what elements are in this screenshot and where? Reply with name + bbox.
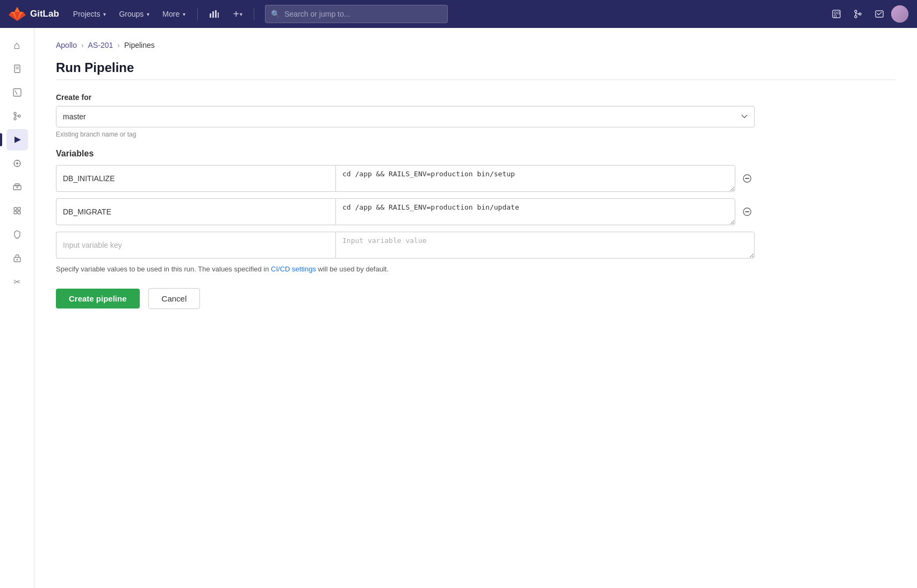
sidebar-item-deploy-tokens[interactable] xyxy=(6,247,28,269)
nav-divider xyxy=(197,8,198,20)
merge-icon-btn[interactable] xyxy=(848,4,868,24)
var-key-1[interactable] xyxy=(56,165,335,192)
page-title: Run Pipeline xyxy=(56,60,895,75)
groups-chevron-icon: ▾ xyxy=(147,11,149,17)
variables-group: Variables cd /app && RAILS_ENV=productio… xyxy=(56,149,755,273)
todo-icon-btn[interactable] xyxy=(870,4,889,24)
topnav-right xyxy=(827,4,908,24)
breadcrumb-sep-1: › xyxy=(81,41,84,49)
sidebar-item-ci[interactable] xyxy=(6,129,28,150)
sidebar-item-packages[interactable] xyxy=(6,200,28,221)
stats-icon-btn[interactable] xyxy=(204,4,224,24)
nav-groups[interactable]: Groups ▾ xyxy=(113,6,155,21)
svg-rect-12 xyxy=(837,12,840,14)
branch-select[interactable]: master xyxy=(56,106,755,127)
cancel-button[interactable]: Cancel xyxy=(148,288,200,309)
breadcrumb: Apollo › AS-201 › Pipelines xyxy=(56,41,895,49)
svg-point-41 xyxy=(16,259,18,261)
svg-rect-39 xyxy=(18,211,20,214)
var-value-1[interactable]: cd /app && RAILS_ENV=production bin/setu… xyxy=(335,165,735,192)
nav-more[interactable]: More ▾ xyxy=(157,6,191,21)
svg-rect-11 xyxy=(834,12,836,14)
app-name: GitLab xyxy=(30,9,59,19)
search-icon: 🔍 xyxy=(271,10,280,18)
var-key-empty[interactable] xyxy=(56,232,335,259)
sidebar-item-operations[interactable] xyxy=(6,153,28,174)
svg-rect-8 xyxy=(215,10,217,18)
variables-hint: Specify variable values to be used in th… xyxy=(56,265,755,273)
breadcrumb-sep-2: › xyxy=(117,41,120,49)
breadcrumb-as201[interactable]: AS-201 xyxy=(88,41,113,49)
cicd-settings-link[interactable]: CI/CD settings xyxy=(271,265,316,273)
sidebar-item-snippets[interactable]: ✂ xyxy=(6,271,28,292)
nav-divider-2 xyxy=(254,8,254,20)
svg-rect-7 xyxy=(212,11,214,18)
svg-rect-13 xyxy=(834,15,836,17)
svg-rect-9 xyxy=(218,12,219,18)
variable-row-2: cd /app && RAILS_ENV=production bin/upda… xyxy=(56,198,755,225)
gitlab-logo-area[interactable]: GitLab xyxy=(9,5,59,23)
title-divider xyxy=(56,80,895,80)
svg-rect-36 xyxy=(14,207,17,210)
create-for-label: Create for xyxy=(56,93,755,102)
sidebar-item-deployments[interactable] xyxy=(6,176,28,198)
more-chevron-icon: ▾ xyxy=(183,11,185,17)
user-avatar[interactable] xyxy=(891,5,908,23)
breadcrumb-current: Pipelines xyxy=(124,41,155,49)
plus-icon-btn[interactable]: + ▾ xyxy=(228,4,247,24)
svg-rect-6 xyxy=(210,13,211,18)
svg-marker-1 xyxy=(15,7,20,12)
svg-point-24 xyxy=(14,118,16,120)
sidebar-item-merge-requests[interactable] xyxy=(6,105,28,127)
svg-line-22 xyxy=(15,90,17,95)
var-key-2[interactable] xyxy=(56,198,335,225)
var-remove-2[interactable] xyxy=(740,198,755,225)
avatar-image xyxy=(891,5,908,23)
svg-point-23 xyxy=(14,112,16,114)
plus-chevron-icon: ▾ xyxy=(240,11,242,17)
svg-point-35 xyxy=(16,187,18,189)
svg-marker-26 xyxy=(15,137,21,143)
variables-label: Variables xyxy=(56,149,755,159)
nav-projects[interactable]: Projects ▾ xyxy=(68,6,112,21)
form-actions: Create pipeline Cancel xyxy=(56,288,755,309)
sidebar-item-repo[interactable] xyxy=(6,58,28,80)
terminal-icon-btn[interactable] xyxy=(827,4,846,24)
sidebar-item-security[interactable] xyxy=(6,224,28,245)
sidebar: ⌂ ✂ xyxy=(0,28,34,588)
svg-point-25 xyxy=(18,115,20,117)
var-value-2[interactable]: cd /app && RAILS_ENV=production bin/upda… xyxy=(335,198,735,225)
search-area[interactable]: 🔍 xyxy=(265,5,448,23)
search-input[interactable] xyxy=(284,10,442,18)
svg-rect-21 xyxy=(13,89,21,96)
variable-row-empty xyxy=(56,232,755,259)
branch-hint: Existing branch name or tag xyxy=(56,131,755,138)
svg-point-28 xyxy=(16,162,18,164)
app-layout: ⌂ ✂ Apollo xyxy=(0,0,917,588)
main-content: Apollo › AS-201 › Pipelines Run Pipeline… xyxy=(34,28,917,588)
var-remove-1[interactable] xyxy=(740,165,755,192)
svg-rect-34 xyxy=(15,184,19,186)
svg-point-15 xyxy=(855,16,857,18)
topnav-nav: Projects ▾ Groups ▾ More ▾ xyxy=(68,6,191,21)
svg-point-14 xyxy=(855,10,857,12)
create-pipeline-button[interactable]: Create pipeline xyxy=(56,289,140,309)
topnav: GitLab Projects ▾ Groups ▾ More ▾ + ▾ 🔍 xyxy=(0,0,917,28)
sidebar-item-code[interactable] xyxy=(6,82,28,103)
svg-rect-37 xyxy=(18,207,20,210)
breadcrumb-apollo[interactable]: Apollo xyxy=(56,41,77,49)
create-for-group: Create for master Existing branch name o… xyxy=(56,93,755,138)
run-pipeline-form: Create for master Existing branch name o… xyxy=(56,93,755,309)
sidebar-item-home[interactable]: ⌂ xyxy=(6,34,28,56)
variable-row-1: cd /app && RAILS_ENV=production bin/setu… xyxy=(56,165,755,192)
var-value-empty[interactable] xyxy=(335,232,755,259)
projects-chevron-icon: ▾ xyxy=(103,11,106,17)
svg-rect-38 xyxy=(14,211,17,214)
